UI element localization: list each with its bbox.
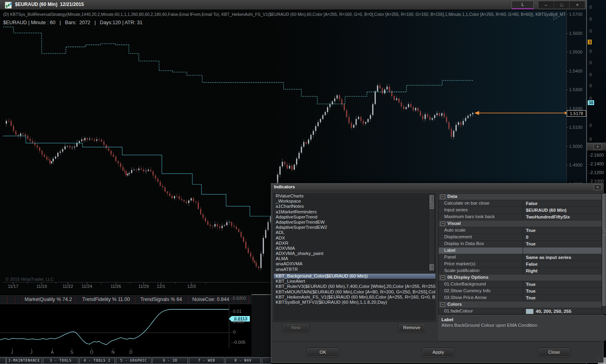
property-row[interactable]: Displacement0 [439, 234, 602, 241]
property-row[interactable]: 02.Show Currency InfoTrue [439, 288, 602, 295]
scrollbar-grip[interactable]: ≡ [602, 229, 606, 235]
applied-indicator-item[interactable]: KBT_RulerV3($EURAUD (60 Min),7,400,Color… [274, 284, 435, 289]
property-group[interactable]: Data [439, 193, 602, 200]
toolbar-button-4[interactable]: 4 - TOOLS 2 [79, 357, 115, 364]
property-grid[interactable]: DataCalculate on bar closeFalseInput ser… [438, 193, 602, 314]
noise-line-chart[interactable] [0, 304, 251, 349]
property-value[interactable]: True [523, 241, 602, 247]
applied-indicator-item[interactable]: KBTxMOUNTAIN($EURAUD (60 Min),Color [A=8… [274, 289, 435, 295]
subpanel-axis[interactable]: 0.0113 0.010.0050-0.005 [229, 304, 252, 348]
new-button[interactable]: New [282, 323, 309, 333]
dialog-titlebar[interactable]: Indicators × [271, 184, 603, 191]
property-group[interactable]: Colors [439, 301, 602, 308]
property-value[interactable]: TwoHundredFiftySix [523, 214, 602, 220]
property-row[interactable]: Input series$EURAUD (60 Min) [439, 207, 602, 214]
time-axis-label: 12/1 [157, 284, 165, 289]
indicator-item[interactable]: ADXR [274, 241, 435, 246]
property-row[interactable]: Label [439, 247, 602, 254]
property-value[interactable] [523, 247, 602, 254]
toolbar-button-6[interactable]: 6 - 3D [152, 357, 188, 364]
indicator-item[interactable]: AdaptiveSuperTrendEW2 [274, 225, 435, 230]
property-group[interactable]: 06.Display Options [439, 274, 602, 281]
description-text: Alters BackGround Colour upon EMA Condit… [441, 323, 606, 328]
remove-button[interactable]: Remove [398, 323, 425, 333]
property-value[interactable]: True [523, 288, 602, 294]
indicator-item[interactable]: a1MarketReminders [274, 209, 435, 215]
property-value[interactable]: False [523, 261, 602, 267]
toolbar-button-2[interactable]: 2-MAINTENANCE [6, 357, 42, 364]
scrollbar-grip[interactable]: ≡ [430, 203, 434, 209]
property-value[interactable]: True [523, 281, 602, 287]
ok-button[interactable]: OK [307, 348, 339, 357]
property-group[interactable]: Visual [439, 220, 602, 227]
app-chart-icon [5, 2, 12, 9]
indicator-item[interactable]: AdaptiveSuperTrendEW [274, 220, 435, 225]
indicator-item[interactable]: ADL [274, 230, 435, 235]
indicator-item[interactable]: anaADXVMA [274, 261, 435, 266]
available-indicators-list[interactable]: RValueCharts_Workspacea1ChartNotesa1Mark… [273, 193, 436, 272]
property-row[interactable]: 01.fadeColour40, 200, 250, 255 [439, 308, 602, 314]
link-button[interactable]: L [512, 1, 534, 9]
close-button[interactable]: Close [538, 348, 570, 357]
close-icon[interactable]: × [593, 144, 602, 150]
property-row[interactable]: Price marker(s)False [439, 261, 602, 268]
property-row[interactable]: Auto scaleTrue [439, 227, 602, 234]
close-icon[interactable]: × [570, 1, 585, 9]
applied-indicators-list[interactable]: KBT_Background_Color($EURAUD (60 Min))KB… [273, 273, 436, 322]
maximize-icon[interactable]: □ [554, 1, 570, 9]
subpanel-axis-label: 0.005 [231, 319, 244, 324]
property-row[interactable]: Display in Data BoxTrue [439, 241, 602, 247]
indicator-item[interactable]: ADXVMA [274, 246, 435, 251]
minimize-icon[interactable]: – [538, 1, 554, 9]
toolbar-button-7[interactable]: 7 - WEB [189, 357, 224, 364]
applied-indicator-item[interactable]: KBTSysBoll_MTFV2($EURAUD (60 Min),1,1.8,… [274, 300, 435, 305]
property-value[interactable]: Same as input series [523, 254, 602, 261]
toolbar-button-partial[interactable] [262, 357, 271, 364]
property-value[interactable]: True [523, 295, 602, 301]
subpanel-axis-label: 0 [231, 330, 236, 334]
indicator-item[interactable]: anaATBTR [274, 267, 435, 272]
property-row[interactable]: 03.Show Price ArrowTrue [439, 295, 602, 301]
property-value[interactable]: 40, 200, 250, 255 [523, 308, 602, 314]
collapse-arrow-icon[interactable]: ▷ [553, 14, 558, 21]
scrollbar-down-button[interactable] [430, 264, 434, 270]
property-value[interactable]: $EURAUD (60 Min) [523, 207, 602, 213]
scrollbar[interactable]: ≡ [602, 193, 606, 314]
property-value[interactable]: Right [523, 268, 602, 274]
scrollbar-thumb[interactable] [430, 195, 434, 203]
property-row[interactable]: 01.ColorBackgroundTrue [439, 281, 602, 288]
property-value[interactable]: False [523, 200, 602, 207]
property-row[interactable]: PanelSame as input series [439, 254, 602, 261]
toolbar-button-3[interactable]: 3 - TOOLS [43, 357, 79, 364]
property-label: Display in Data Box [439, 241, 523, 247]
property-row[interactable]: Maximum bars look backTwoHundredFiftySix [439, 214, 602, 220]
property-row[interactable]: Scale justificationRight [439, 268, 602, 274]
toolbar-button-partial[interactable] [0, 357, 6, 364]
property-value[interactable]: 0 [523, 234, 602, 240]
property-row[interactable]: Calculate on bar closeFalse [439, 200, 602, 207]
color-swatch [526, 309, 533, 314]
applied-indicator-item[interactable]: KBT_HeikenAshi_FS_V1($EURAUD (60 Min),60… [274, 295, 435, 300]
indicator-item[interactable]: ADXVMA_sharky_paint [274, 251, 435, 256]
indicator-item[interactable]: AdaptiveSuperTrend [274, 215, 435, 220]
indicator-item[interactable]: _Workspace [274, 199, 435, 204]
applied-indicator-item[interactable]: KBT_LineAlert [274, 279, 435, 284]
property-label: Panel [439, 254, 523, 261]
scrollbar-thumb[interactable] [602, 194, 606, 306]
applied-indicator-item[interactable]: KBT_Background_Color($EURAUD (60 Min)) [274, 274, 435, 279]
indicator-item[interactable]: ALMA [274, 256, 435, 261]
apply-button[interactable]: Apply [422, 348, 454, 357]
close-icon[interactable]: × [594, 184, 602, 190]
indicator-item[interactable]: RValueCharts [274, 193, 435, 199]
month-label: S [70, 350, 73, 354]
scrollbar[interactable]: ≡ [429, 194, 435, 271]
indicator-item[interactable]: ADX [274, 236, 435, 241]
resize-grip[interactable]: ⋰ [596, 356, 601, 360]
time-axis-label: 11/19 [36, 284, 47, 289]
price-axis-label: 1.5100 [569, 125, 583, 130]
toolbar-button-8[interactable]: 8 - NAV [225, 357, 261, 364]
time-axis-label: 11/26 [111, 284, 121, 289]
indicator-item[interactable]: a1ChartNotes [274, 204, 435, 209]
toolbar-button-5[interactable]: 5 - GRAPHIC [116, 357, 152, 364]
property-value[interactable]: True [523, 227, 602, 234]
